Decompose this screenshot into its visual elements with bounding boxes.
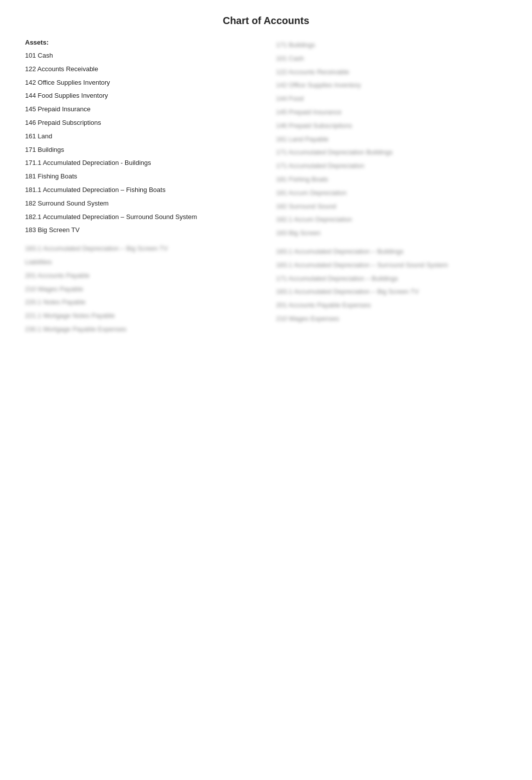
list-item: 122 Accounts Receivable bbox=[25, 63, 256, 76]
list-item-blurred: 122 Accounts Receivable bbox=[276, 66, 507, 79]
list-item: 182 Surround Sound System bbox=[25, 197, 256, 211]
list-item-blurred: 230.1 Mortgage Payable Expenses bbox=[25, 323, 256, 336]
list-item-blurred: 181 Fishing Boats bbox=[276, 173, 507, 186]
list-item-blurred: 210 Wages Expenses bbox=[276, 312, 507, 326]
list-item-blurred: 161 Land Payable bbox=[276, 133, 507, 146]
assets-label: Assets: bbox=[25, 39, 256, 46]
list-item-blurred: 183.1 Accumulated Depreciation – Big Scr… bbox=[25, 242, 256, 256]
list-item: 142 Office Supplies Inventory bbox=[25, 76, 256, 90]
right-column: 171 Buildings 101 Cash 122 Accounts Rece… bbox=[266, 39, 507, 336]
list-item-blurred: 183.1 Accumulated Depreciation – Big Scr… bbox=[276, 285, 507, 299]
list-item: 146 Prepaid Subscriptions bbox=[25, 116, 256, 130]
list-item-blurred: 142 Office Supplies Inventory bbox=[276, 79, 507, 92]
list-item-blurred: 171 Accumulated Depreciation bbox=[276, 159, 507, 173]
list-item: 171.1 Accumulated Depreciation - Buildin… bbox=[25, 156, 256, 170]
list-item-blurred: 145 Prepaid Insurance bbox=[276, 106, 507, 119]
list-item-blurred: 201 Accounts Payable bbox=[25, 269, 256, 283]
list-item-blurred: 183 Big Screen bbox=[276, 227, 507, 240]
list-item: 144 Food Supplies Inventory bbox=[25, 89, 256, 103]
list-item-blurred: 182.1 Accum Depreciation bbox=[276, 213, 507, 227]
list-item-blurred: 171 Accumulated Depreciation – Buildings bbox=[276, 272, 507, 286]
list-item: 101 Cash bbox=[25, 49, 256, 63]
list-item-blurred: 220.1 Notes Payable bbox=[25, 296, 256, 309]
page-title: Chart of Accounts bbox=[25, 15, 507, 27]
left-column: Assets: 101 Cash 122 Accounts Receivable… bbox=[25, 39, 266, 336]
list-item-blurred: 183.1 Accumulated Depreciation – Surroun… bbox=[276, 259, 507, 272]
list-item-blurred: 201 Accounts Payable Expenses bbox=[276, 299, 507, 312]
list-item: 181 Fishing Boats bbox=[25, 170, 256, 183]
list-item-blurred: Liabilities bbox=[25, 256, 256, 269]
list-item-blurred: 101 Cash bbox=[276, 52, 507, 66]
list-item-blurred: 171 Accumulated Depreciation Buildings bbox=[276, 146, 507, 159]
list-item-blurred: 210 Wages Payable bbox=[25, 283, 256, 296]
list-item: 145 Prepaid Insurance bbox=[25, 103, 256, 116]
list-item: 183 Big Screen TV bbox=[25, 224, 256, 237]
list-item-blurred: 181 Accum Depreciation bbox=[276, 186, 507, 200]
list-item-blurred: 146 Prepaid Subscriptions bbox=[276, 119, 507, 133]
list-item: 181.1 Accumulated Depreciation – Fishing… bbox=[25, 183, 256, 197]
list-item-blurred: 183.1 Accumulated Depreciation – Buildin… bbox=[276, 245, 507, 259]
list-item-blurred: 182 Surround Sound bbox=[276, 200, 507, 214]
list-item: 161 Land bbox=[25, 130, 256, 143]
list-item-blurred: 171 Buildings bbox=[276, 39, 507, 52]
list-item-blurred: 221.1 Mortgage Notes Payable bbox=[25, 309, 256, 323]
list-item: 171 Buildings bbox=[25, 143, 256, 157]
list-item-blurred: 144 Food bbox=[276, 92, 507, 106]
list-item: 182.1 Accumulated Depreciation – Surroun… bbox=[25, 211, 256, 224]
